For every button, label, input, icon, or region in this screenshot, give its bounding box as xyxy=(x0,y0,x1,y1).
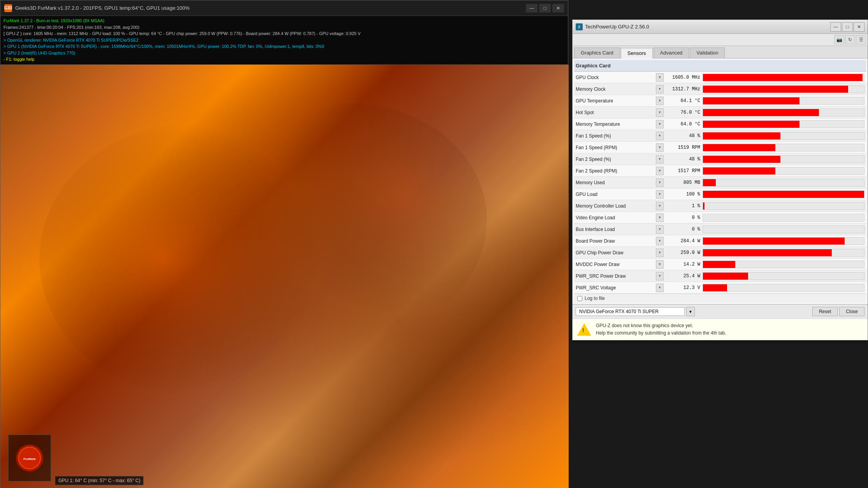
sensor-label-text: GPU Clock xyxy=(576,75,655,80)
sensor-value: 1517 RPM xyxy=(664,168,703,174)
sensor-bar-area xyxy=(703,85,864,93)
sensor-dropdown-arrow[interactable]: ▼ xyxy=(656,213,664,222)
refresh-icon[interactable]: ↻ xyxy=(845,35,855,44)
furmark-swirl-svg xyxy=(0,65,569,488)
sensor-dropdown-arrow[interactable]: ▼ xyxy=(656,178,664,187)
sensor-bar-fill xyxy=(703,179,716,186)
furmark-info-line-6: > GPU 2 (Intel(R) UHD Graphics 770) xyxy=(4,50,565,56)
sensor-row: Bus Interface Load▼0 % xyxy=(574,224,866,235)
furmark-maximize-button[interactable]: □ xyxy=(539,4,551,12)
sensor-label-text: Video Engine Load xyxy=(576,215,655,220)
tab-advanced[interactable]: Advanced xyxy=(654,48,689,58)
reset-button[interactable]: Reset xyxy=(812,307,838,316)
sensor-value: 48 % xyxy=(664,133,703,139)
warning-exclamation: ! xyxy=(582,327,584,333)
furmark-title: Geeks3D FurMark v1.37.2.0 - 201FPS, GPU1… xyxy=(15,5,190,11)
sensor-label-text: Hot Spot xyxy=(576,110,655,115)
menu-icon[interactable]: ☰ xyxy=(856,35,866,44)
furmark-minimize-button[interactable]: — xyxy=(526,4,538,12)
graphics-card-section-header: Graphics Card xyxy=(574,60,866,72)
sensor-bar-area xyxy=(703,144,864,152)
gpuz-title: TechPowerUp GPU-Z 2.56.0 xyxy=(585,24,649,30)
sensor-bar-fill xyxy=(703,109,819,116)
furmark-info-line-1: FurMark 1.37.2 - Burn-in test, 1920x1080… xyxy=(4,18,565,24)
sensor-dropdown-arrow[interactable]: ▼ xyxy=(656,260,664,269)
gpuz-titlebar: Z TechPowerUp GPU-Z 2.56.0 — □ ✕ xyxy=(573,20,868,34)
notification-line-1: GPU-Z does not know this graphics device… xyxy=(596,322,726,329)
svg-text:FurMark: FurMark xyxy=(23,457,36,461)
sensor-label-area: Memory Temperature▼ xyxy=(574,120,664,129)
sensor-dropdown-arrow[interactable]: ▼ xyxy=(656,73,664,82)
sensor-row: MVDDC Power Draw▼14.2 W xyxy=(574,259,866,270)
tab-validation[interactable]: Validation xyxy=(690,48,725,58)
sensor-label-area: Memory Clock▼ xyxy=(574,85,664,93)
sensor-dropdown-arrow[interactable]: ▼ xyxy=(656,155,664,164)
tab-graphics-card[interactable]: Graphics Card xyxy=(574,48,620,58)
gpuz-tabs: Graphics Card Sensors Advanced Validatio… xyxy=(573,46,868,58)
sensor-value: 1605.0 MHz xyxy=(664,75,703,80)
furmark-logo-area: FurMark xyxy=(8,435,51,481)
gpu-temp-overlay: GPU 1: 64° C (min: 57° C - max: 65° C) xyxy=(55,476,144,485)
gpuz-maximize-button[interactable]: □ xyxy=(842,22,853,32)
sensor-bar-fill xyxy=(703,238,845,245)
sensor-label-area: GPU Chip Power Draw▼ xyxy=(574,248,664,257)
sensor-value: 805 MB xyxy=(664,180,703,185)
sensor-label-area: Hot Spot▼ xyxy=(574,108,664,117)
sensor-label-text: GPU Chip Power Draw xyxy=(576,250,655,255)
sensor-bar-fill xyxy=(703,121,799,128)
tab-sensors[interactable]: Sensors xyxy=(621,48,653,58)
sensor-label-text: PWR_SRC Voltage xyxy=(576,285,655,291)
sensor-row: Hot Spot▼76.0 °C xyxy=(574,107,866,118)
gpuz-minimize-button[interactable]: — xyxy=(830,22,841,32)
log-to-file-checkbox[interactable] xyxy=(577,296,582,301)
furmark-render-canvas: GPU 1: 64° C (min: 57° C - max: 65° C) F… xyxy=(0,65,569,488)
furmark-window-controls: — □ ✕ xyxy=(526,4,564,12)
sensor-dropdown-arrow[interactable]: ▼ xyxy=(656,167,664,175)
sensor-row: GPU Load▼100 % xyxy=(574,189,866,200)
sensor-dropdown-arrow[interactable]: ▼ xyxy=(656,143,664,152)
sensor-bar-area xyxy=(703,272,864,280)
sensor-row: Memory Clock▼1312.7 MHz xyxy=(574,83,866,95)
sensor-row: GPU Chip Power Draw▼259.0 W xyxy=(574,247,866,259)
sensor-dropdown-arrow[interactable]: ▼ xyxy=(656,132,664,140)
sensor-dropdown-arrow[interactable]: ▼ xyxy=(656,284,664,292)
sensor-dropdown-arrow[interactable]: ▼ xyxy=(656,272,664,280)
sensor-bar-area xyxy=(703,97,864,105)
sensor-bar-fill xyxy=(703,156,780,163)
sensor-dropdown-arrow[interactable]: ▼ xyxy=(656,108,664,117)
sensor-dropdown-arrow[interactable]: ▼ xyxy=(656,85,664,93)
sensor-value: 48 % xyxy=(664,157,703,162)
sensor-label-area: GPU Temperature▼ xyxy=(574,97,664,105)
sensor-label-area: Bus Interface Load▼ xyxy=(574,225,664,234)
sensor-bar-fill xyxy=(703,273,748,280)
furmark-logo-image: FurMark xyxy=(16,444,43,472)
close-gpuz-footer-button[interactable]: Close xyxy=(839,307,864,316)
sensor-label-area: Fan 1 Speed (RPM)▼ xyxy=(574,143,664,152)
sensor-dropdown-arrow[interactable]: ▼ xyxy=(656,190,664,199)
furmark-info-line-2: Frames:241377 - time:00:20:04 - FPS:201 … xyxy=(4,24,565,31)
sensor-row: Video Engine Load▼0 % xyxy=(574,212,866,224)
camera-icon[interactable]: 📷 xyxy=(834,35,844,44)
sensor-row: Memory Used▼805 MB xyxy=(574,177,866,189)
sensor-bar-area xyxy=(703,132,864,140)
sensor-label-text: Board Power Draw xyxy=(576,238,655,244)
sensor-bar-area xyxy=(703,179,864,187)
furmark-close-button[interactable]: ✕ xyxy=(552,4,564,12)
sensor-value: 1519 RPM xyxy=(664,145,703,150)
sensor-dropdown-arrow[interactable]: ▼ xyxy=(656,120,664,129)
sensor-label-text: Memory Used xyxy=(576,180,655,185)
sensor-dropdown-arrow[interactable]: ▼ xyxy=(656,202,664,210)
sensor-dropdown-arrow[interactable]: ▼ xyxy=(656,225,664,234)
gpuz-close-button[interactable]: ✕ xyxy=(854,22,864,32)
gpu-dropdown-button[interactable]: ▼ xyxy=(686,307,695,316)
sensor-label-text: Fan 1 Speed (RPM) xyxy=(576,145,655,150)
gpu-select-display[interactable]: NVIDIA GeForce RTX 4070 Ti SUPER xyxy=(576,307,685,316)
sensor-dropdown-arrow[interactable]: ▼ xyxy=(656,237,664,245)
footer-buttons: Reset Close xyxy=(812,307,864,316)
sensor-dropdown-arrow[interactable]: ▼ xyxy=(656,97,664,105)
sensor-row: GPU Temperature▼64.1 °C xyxy=(574,95,866,107)
sensor-dropdown-arrow[interactable]: ▼ xyxy=(656,248,664,257)
sensor-bar-fill xyxy=(703,191,864,198)
sensor-bar-area xyxy=(703,155,864,163)
sensor-bar-area xyxy=(703,214,864,222)
